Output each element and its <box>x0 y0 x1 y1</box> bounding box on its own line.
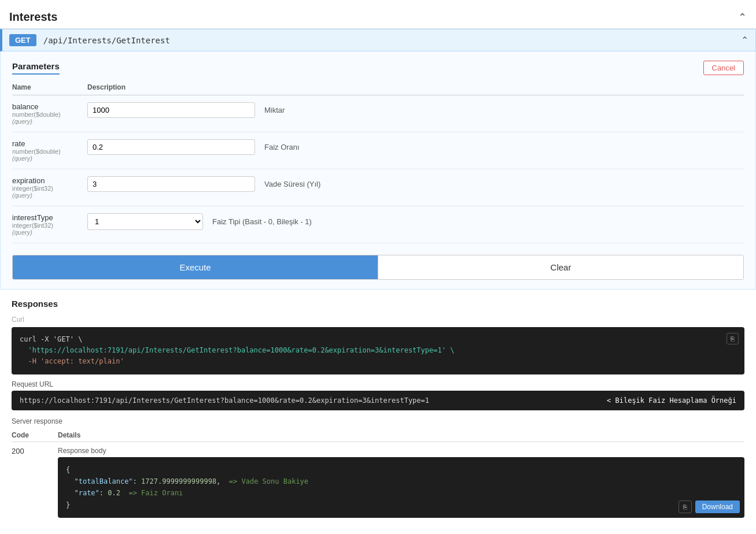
param-location-interest-type: (query) <box>12 229 87 236</box>
request-url-label: Request URL <box>12 380 744 388</box>
response-body-content: { "totalBalance": 1727.9999999999998, =>… <box>66 464 736 511</box>
params-section: Parameters Cancel Name Description balan… <box>0 51 756 290</box>
param-location-expiration: (query) <box>12 192 87 199</box>
execute-button[interactable]: Execute <box>13 255 378 279</box>
response-actions: ⎘ Download <box>678 500 740 513</box>
param-row-balance: balance number($double) (query) Miktar <box>12 95 744 132</box>
responses-title: Responses <box>12 299 744 309</box>
param-input-col-rate: Faiz Oranı <box>87 139 744 155</box>
param-name-col-balance: balance number($double) (query) <box>12 102 87 125</box>
response-code-200: 200 <box>12 447 58 455</box>
response-details: Response body { "totalBalance": 1727.999… <box>58 447 744 518</box>
json-comment-rate: => Faiz Oranı <box>128 489 183 497</box>
balance-input[interactable] <box>87 102 255 118</box>
param-name-col-interest-type: interestType integer($int32) (query) <box>12 213 87 236</box>
param-input-col-interest-type: 0 1 Faiz Tipi (Basit - 0, Bileşik - 1) <box>87 213 744 230</box>
cancel-button[interactable]: Cancel <box>703 61 744 75</box>
json-close-brace: } <box>66 501 70 509</box>
param-row-interest-type: interestType integer($int32) (query) 0 1… <box>12 206 744 243</box>
json-colon1: : <box>133 477 141 485</box>
details-col-header: Details <box>58 431 744 439</box>
endpoint-bar: GET /api/Interests/GetInterest ⌃ <box>0 29 756 51</box>
param-type-rate: number($double) <box>12 148 87 155</box>
json-comma1: , <box>216 477 229 485</box>
params-title: Parameters <box>12 61 60 75</box>
server-response-label: Server response <box>12 417 744 425</box>
param-input-col-expiration: Vade Süresi (Yıl) <box>87 176 744 192</box>
col-desc-header: Description <box>87 83 744 91</box>
section-title: Interests <box>9 10 57 24</box>
json-colon2: : <box>99 489 108 497</box>
response-table-header: Code Details <box>12 429 744 442</box>
param-location-rate: (query) <box>12 155 87 162</box>
code-col-header: Code <box>12 431 58 439</box>
interest-type-select[interactable]: 0 1 <box>87 213 203 230</box>
param-type-interest-type: integer($int32) <box>12 222 87 229</box>
params-header: Parameters Cancel <box>12 61 744 75</box>
endpoint-chevron-icon[interactable]: ⌃ <box>741 35 748 46</box>
param-name-interest-type: interestType <box>12 213 53 222</box>
curl-content: curl -X 'GET' \ 'https://localhost:7191/… <box>20 334 736 368</box>
param-name-rate: rate <box>12 139 25 148</box>
param-name-expiration: expiration <box>12 176 45 185</box>
param-type-balance: number($double) <box>12 111 87 118</box>
param-name-balance: balance <box>12 102 39 111</box>
param-table-header: Name Description <box>12 80 744 95</box>
endpoint-path: /api/Interests/GetInterest <box>43 36 741 45</box>
expiration-description: Vade Süresi (Yıl) <box>264 180 380 188</box>
response-body-block: { "totalBalance": 1727.9999999999998, =>… <box>58 457 744 518</box>
json-comment-totalbalance: => Vade Sonu Bakiye <box>229 477 308 485</box>
json-open-brace: { <box>66 466 70 474</box>
param-row-rate: rate number($double) (query) Faiz Oranı <box>12 132 744 169</box>
curl-line3: -H 'accept: text/plain' <box>20 357 124 365</box>
json-key-totalbalance: "totalBalance" <box>74 477 132 485</box>
response-body-label: Response body <box>58 447 744 455</box>
json-key-rate: "rate" <box>74 489 99 497</box>
rate-input[interactable] <box>87 139 255 155</box>
collapse-icon[interactable]: ⌃ <box>738 11 747 24</box>
main-container: Interests ⌃ GET /api/Interests/GetIntere… <box>0 0 756 528</box>
clear-button[interactable]: Clear <box>378 255 743 279</box>
download-button[interactable]: Download <box>695 500 740 513</box>
curl-label: Curl <box>12 316 744 324</box>
curl-line2: 'https://localhost:7191/api/Interests/Ge… <box>20 346 454 354</box>
copy-response-button[interactable]: ⎘ <box>678 500 692 513</box>
json-value-rate: 0.2 <box>108 489 120 497</box>
responses-section: Responses Curl curl -X 'GET' \ 'https://… <box>0 290 756 522</box>
balance-description: Miktar <box>264 106 380 114</box>
section-header: Interests ⌃ <box>0 6 756 29</box>
param-row-expiration: expiration integer($int32) (query) Vade … <box>12 169 744 206</box>
expiration-input[interactable] <box>87 176 255 192</box>
param-name-col-expiration: expiration integer($int32) (query) <box>12 176 87 199</box>
action-buttons: Execute Clear <box>12 255 744 280</box>
request-url-text: https://localhost:7191/api/Interests/Get… <box>20 396 429 405</box>
request-url-bar: https://localhost:7191/api/Interests/Get… <box>12 391 744 410</box>
response-row-200: 200 Response body { "totalBalance": 1727… <box>12 442 744 523</box>
param-input-col-balance: Miktar <box>87 102 744 118</box>
request-url-annotation: < Bileşik Faiz Hesaplama Örneği <box>607 396 736 405</box>
json-space2 <box>120 489 128 497</box>
col-name-header: Name <box>12 83 87 91</box>
param-name-col-rate: rate number($double) (query) <box>12 139 87 162</box>
curl-block: curl -X 'GET' \ 'https://localhost:7191/… <box>12 327 744 374</box>
param-type-expiration: integer($int32) <box>12 185 87 192</box>
param-location-balance: (query) <box>12 118 87 125</box>
copy-curl-button[interactable]: ⎘ <box>727 333 739 344</box>
method-badge: GET <box>9 34 36 46</box>
rate-description: Faiz Oranı <box>264 143 380 151</box>
json-value-totalbalance: 1727.9999999999998 <box>141 477 216 485</box>
interest-type-description: Faiz Tipi (Basit - 0, Bileşik - 1) <box>212 217 328 226</box>
curl-line1: curl -X 'GET' \ <box>20 335 82 343</box>
